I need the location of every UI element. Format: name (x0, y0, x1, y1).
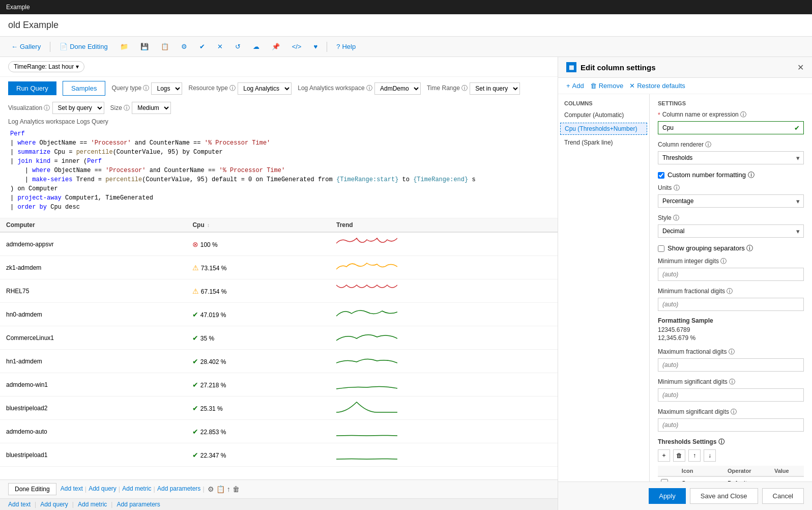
grouping-separators-row: Show grouping separators ⓘ (658, 244, 804, 253)
computer-cell: hn0-admdem (0, 303, 186, 326)
min-integer-input[interactable] (658, 268, 804, 281)
x-icon: ✕ (217, 43, 223, 50)
max-significant-input[interactable] (658, 418, 804, 432)
max-fractional-input[interactable] (658, 358, 804, 372)
style-select[interactable]: Decimal (658, 224, 804, 238)
cloud-icon: ☁ (253, 43, 259, 50)
remove-column-button[interactable]: 🗑 Remove (590, 82, 623, 90)
restore-defaults-button[interactable]: ✕ Restore defaults (629, 82, 685, 90)
custom-format-label: Custom number formatting ⓘ (668, 171, 755, 180)
samples-button[interactable]: Samples (63, 81, 106, 96)
min-significant-input[interactable] (658, 388, 804, 402)
apply-button[interactable]: Apply (649, 488, 686, 504)
cloud-button[interactable]: ☁ (250, 42, 263, 51)
workspace-select[interactable]: AdmDemo (374, 82, 421, 95)
threshold-check-header (658, 466, 679, 476)
cpu-header: Cpu ↕ (186, 218, 330, 232)
favorite-button[interactable]: ♥ (310, 42, 321, 51)
refresh-button[interactable]: ↺ (232, 42, 244, 51)
time-range-selector[interactable]: TimeRange: Last hour ▾ (8, 61, 84, 72)
check-icon: ✔ (199, 43, 205, 50)
computer-cell: CommerceLinux1 (0, 326, 186, 350)
done-editing-bottom-button[interactable]: Done Editing (8, 483, 56, 495)
time-range-bar: TimeRange: Last hour ▾ (0, 57, 558, 77)
add-query-link[interactable]: Add query (89, 485, 117, 493)
gallery-button[interactable]: ← Gallery (8, 42, 44, 51)
add-metric-link[interactable]: Add metric (122, 485, 151, 493)
column-renderer-group: Column renderer ⓘ Thresholds (658, 140, 804, 164)
check-button[interactable]: ✔ (196, 42, 208, 51)
gear-icon: ⚙ (181, 43, 187, 50)
computer-cell: admdemo-auto (0, 420, 186, 443)
copy-button[interactable]: 📋 (158, 42, 172, 51)
threshold-add-button[interactable]: + (658, 449, 670, 462)
restore-icon: ✕ (629, 82, 635, 90)
folder-icon: 📁 (120, 43, 128, 50)
units-select[interactable]: Percentage (658, 194, 804, 208)
footer-add-query-link[interactable]: Add query (40, 501, 68, 508)
save-and-close-button[interactable]: Save and Close (690, 488, 758, 504)
cpu-cell: ⊗ 100 % (186, 232, 330, 256)
trend-cell (330, 326, 558, 350)
query-type-group: Query type ⓘ Logs (111, 82, 182, 95)
grouping-separators-checkbox[interactable] (658, 245, 664, 252)
resource-type-select[interactable]: Log Analytics (238, 82, 292, 95)
pin-button[interactable]: 📌 (269, 42, 283, 51)
code-button[interactable]: </> (289, 42, 305, 51)
panel-actions: + Add 🗑 Remove ✕ Restore defaults (558, 78, 812, 94)
run-query-button[interactable]: Run Query (8, 81, 56, 95)
success-icon: ✔ (192, 404, 198, 412)
add-column-button[interactable]: + Add (566, 82, 584, 90)
workspace-label: Log Analytics workspace ⓘ (298, 84, 372, 93)
formatting-sample: Formatting Sample 12345.6789 12,345.679 … (658, 317, 804, 342)
trend-cell (330, 232, 558, 256)
custom-format-checkbox[interactable] (658, 172, 664, 179)
panel-header: ▦ Edit column settings ✕ (558, 57, 812, 78)
trash-icon[interactable]: 🗑 (233, 485, 240, 493)
thresholds-section: Thresholds Settings ⓘ + 🗑 ↑ ↓ (658, 438, 804, 481)
add-text-link[interactable]: Add text (61, 485, 83, 493)
threshold-up-button[interactable]: ↑ (688, 449, 701, 462)
table-row: bluestripeload1 ✔ 22.347 % (0, 443, 558, 467)
threshold-down-button[interactable]: ↓ (704, 449, 716, 462)
footer-add-text-link[interactable]: Add text (8, 501, 31, 508)
time-range-select[interactable]: Set in query (470, 82, 520, 95)
cpu-cell: ✔ 22.853 % (186, 420, 330, 443)
table-row: admdemo-win1 ✔ 27.218 % (0, 373, 558, 396)
settings-bottom-icon[interactable]: ⚙ (208, 485, 214, 493)
success-icon: ✔ (192, 428, 198, 436)
settings-button[interactable]: ⚙ (178, 42, 190, 51)
error-icon: ⊗ (192, 240, 198, 248)
done-editing-button[interactable]: 📄 Done Editing (56, 42, 110, 51)
panel-body: Columns Computer (Automatic) Cpu (Thresh… (558, 94, 812, 481)
discard-button[interactable]: ✕ (214, 42, 226, 51)
add-parameters-link[interactable]: Add parameters (157, 485, 200, 493)
column-item-computer[interactable]: Computer (Automatic) (558, 108, 649, 122)
title-bar: Example (0, 0, 812, 14)
column-name-label: * Column name or expression ⓘ (658, 110, 804, 119)
column-renderer-select[interactable]: Thresholds (658, 151, 804, 164)
size-select[interactable]: Medium (132, 102, 171, 114)
threshold-value-header: Value (771, 466, 804, 476)
open-button[interactable]: 📁 (117, 42, 131, 51)
toolbar-separator (50, 42, 50, 52)
footer-add-metric-link[interactable]: Add metric (78, 501, 107, 508)
formatting-sample-value2: 12,345.679 % (658, 334, 804, 342)
min-fractional-input[interactable] (658, 298, 804, 311)
help-button[interactable]: ? Help (333, 42, 359, 51)
query-type-select[interactable]: Logs (151, 82, 182, 95)
up-arrow-icon[interactable]: ↑ (227, 485, 230, 493)
cancel-button[interactable]: Cancel (762, 488, 804, 504)
time-range-label: Time Range ⓘ (427, 84, 468, 93)
column-item-trend[interactable]: Trend (Spark line) (558, 136, 649, 149)
computer-cell: zk1-admdem (0, 256, 186, 279)
footer-add-parameters-link[interactable]: Add parameters (117, 501, 160, 508)
panel-close-button[interactable]: ✕ (797, 63, 804, 72)
visualization-select[interactable]: Set by query (52, 102, 104, 114)
column-item-cpu[interactable]: Cpu (Thresholds+Number) (560, 123, 647, 135)
save-button[interactable]: 💾 (137, 42, 152, 51)
threshold-delete-button[interactable]: 🗑 (673, 449, 685, 462)
column-name-input[interactable] (658, 121, 804, 134)
copy-bottom-icon[interactable]: 📋 (216, 485, 225, 493)
min-integer-group: Minimum integer digits ⓘ (658, 257, 804, 281)
